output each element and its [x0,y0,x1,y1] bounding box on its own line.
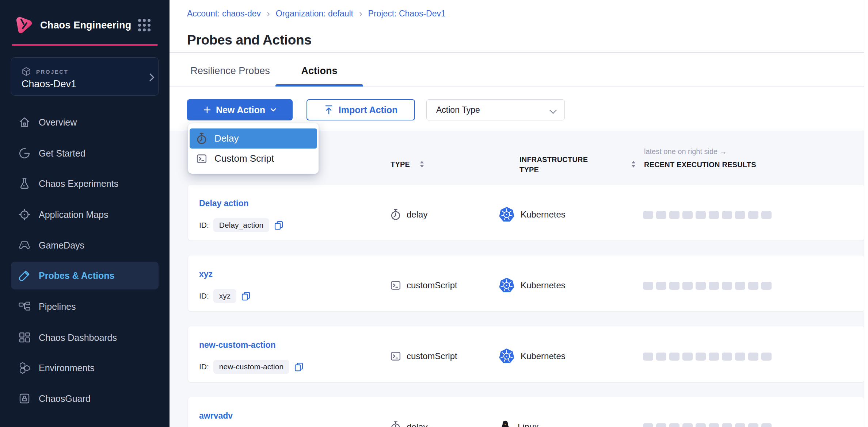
product-title: Chaos Engineering [40,20,131,31]
lock-shield-icon [18,392,31,405]
execution-result-placeholder [709,211,719,219]
action-row: Delay action ID: Delay_action delay [188,185,864,241]
action-row: awrvadv delay Linux [188,397,864,427]
execution-result-placeholder [748,211,758,219]
sidebar-item-overview[interactable]: Overview [11,111,159,134]
sidebar-item-chaosguard[interactable]: ChaosGuard [11,387,159,410]
project-name: Chaos-Dev1 [22,78,76,90]
new-action-button[interactable]: New Action [187,99,293,120]
execution-result-placeholder [669,211,679,219]
sidebar-item-chaos-dashboards[interactable]: Chaos Dashboards [11,326,159,349]
execution-result-placeholder [656,423,666,427]
project-selector[interactable]: PROJECT Chaos-Dev1 [11,57,159,96]
stopwatch-icon [196,132,207,145]
sidebar: Chaos Engineering PROJECT Chaos-Dev1 Ove… [0,0,170,427]
action-id-line: ID: Delay_action [199,218,284,232]
action-name-link[interactable]: xyz [199,269,213,279]
action-name-link[interactable]: awrvadv [199,411,233,421]
menu-item-label: Custom Script [214,153,274,164]
main-content: Account: chaos-dev › Organization: defau… [170,0,868,427]
breadcrumb-separator: › [359,9,362,18]
execution-result-placeholder [696,282,706,290]
copy-icon[interactable] [274,220,284,230]
breadcrumb-account-link[interactable]: Account: chaos-dev [187,9,261,19]
type-value: customScript [407,280,457,291]
terminal-icon [390,351,401,362]
sort-icon[interactable] [631,160,636,169]
execution-result-placeholder [643,282,653,290]
execution-result-placeholder [722,211,732,219]
action-name-link[interactable]: Delay action [199,199,249,208]
breadcrumb-separator: › [267,9,270,18]
new-action-dropdown-menu: Delay Custom Script [188,123,319,174]
action-id-value: xyz [213,289,237,303]
app-switcher-grid-icon[interactable] [138,19,151,31]
action-id-value: Delay_action [213,218,269,232]
execution-result-placeholder [761,282,772,290]
tab-actions[interactable]: Actions [275,63,363,79]
menu-item-delay[interactable]: Delay [190,128,317,149]
kubernetes-icon [499,277,515,293]
breadcrumb: Account: chaos-dev › Organization: defau… [187,9,446,19]
sidebar-item-label: Probes & Actions [39,270,114,281]
test-tube-icon [18,269,31,282]
vertical-scrollbar[interactable] [864,0,868,427]
breadcrumb-org-link[interactable]: Organization: default [276,9,353,19]
recent-execution-results [643,423,772,427]
sidebar-item-get-started[interactable]: Get Started [11,142,159,165]
sidebar-accent-divider [12,44,158,46]
sidebar-item-gamedays[interactable]: GameDays [11,234,159,257]
sort-icon[interactable] [419,160,425,169]
infrastructure-value: Linux [518,422,538,427]
sidebar-item-probes-and-actions[interactable]: Probes & Actions [11,262,159,289]
sidebar-item-label: Overview [39,117,77,128]
execution-result-placeholder [669,423,679,427]
recent-execution-results [643,211,772,219]
kubernetes-icon [499,207,515,223]
execution-result-placeholder [656,211,666,219]
flask-icon [18,177,31,190]
execution-result-placeholder [709,282,719,290]
column-header-recent-execution-results: RECENT EXECUTION RESULTS [644,159,756,170]
target-icon [18,208,31,221]
sidebar-item-label: Pipelines [39,301,76,312]
plus-icon [203,105,212,114]
breadcrumb-project-link[interactable]: Project: Chaos-Dev1 [368,9,446,19]
execution-result-placeholder [696,353,706,361]
chevron-down-icon [270,107,277,112]
terminal-icon [390,280,401,291]
execution-result-placeholder [735,282,745,290]
action-name-link[interactable]: new-custom-action [199,340,276,350]
type-cell: delay [390,420,427,427]
project-label: PROJECT [36,69,68,75]
sidebar-item-application-maps[interactable]: Application Maps [11,203,159,226]
tab-resilience-probes[interactable]: Resilience Probes [190,63,270,79]
copy-icon[interactable] [241,291,251,301]
stopwatch-icon [390,421,401,427]
execution-result-placeholder [643,211,653,219]
copy-icon[interactable] [294,362,304,372]
type-cell: customScript [390,349,457,363]
cube-icon [22,67,31,76]
pipelines-icon [18,300,31,313]
execution-result-placeholder [682,423,693,427]
stopwatch-icon [390,208,401,221]
action-type-select[interactable]: Action Type [426,99,565,120]
new-action-label: New Action [216,105,265,115]
sidebar-item-chaos-experiments[interactable]: Chaos Experiments [11,172,159,195]
sidebar-item-environments[interactable]: Environments [11,356,159,380]
recent-results-hint: latest one on right side → [644,147,727,156]
column-header-infrastructure-type: INFRASTRUCTURE TYPE [519,154,598,175]
infrastructure-value: Kubernetes [521,209,566,220]
type-value: delay [407,209,427,220]
menu-item-custom-script[interactable]: Custom Script [190,149,317,169]
execution-result-placeholder [709,423,719,427]
id-label: ID: [199,362,209,371]
execution-result-placeholder [735,211,745,219]
linux-icon [499,420,512,427]
dashboard-grid-icon [18,331,31,344]
chevron-right-icon [146,73,155,82]
sidebar-item-pipelines[interactable]: Pipelines [11,295,159,318]
import-action-button[interactable]: Import Action [307,99,415,120]
type-value: delay [407,422,427,427]
